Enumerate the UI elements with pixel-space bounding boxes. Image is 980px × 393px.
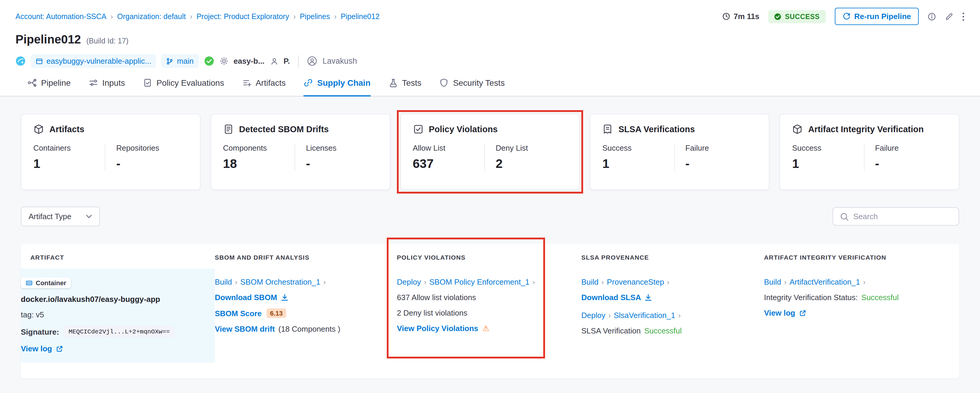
tab-pipeline[interactable]: Pipeline	[27, 78, 71, 96]
search-box[interactable]	[832, 207, 959, 226]
tab-inputs[interactable]: Inputs	[89, 78, 125, 96]
download-icon	[645, 294, 652, 301]
chevron-right-icon	[667, 278, 670, 286]
stage-link[interactable]: Build	[581, 278, 598, 286]
tab-label: Inputs	[102, 78, 125, 88]
branch-chip[interactable]: main	[162, 54, 199, 68]
environment-icon	[270, 57, 278, 65]
info-icon[interactable]	[928, 12, 936, 21]
chevron-right-icon	[784, 278, 787, 286]
view-policy-violations-link[interactable]: View Policy Violations	[397, 324, 479, 333]
search-icon	[840, 212, 848, 220]
step-link[interactable]: SBOM Policy Enforcement_1	[429, 278, 530, 286]
divider	[298, 55, 299, 67]
breadcrumb-organization[interactable]: Organization: default	[117, 12, 186, 21]
view-log-label: View log	[764, 308, 795, 317]
flask-icon	[388, 78, 398, 88]
gear-icon	[219, 57, 228, 66]
tab-supply-chain[interactable]: Supply Chain	[304, 78, 371, 96]
sbom-score-link[interactable]: SBOM Score	[215, 309, 262, 318]
repository-icon	[36, 58, 43, 65]
chevron-right-icon	[608, 311, 611, 320]
pipeline-duration: 7m 11s	[722, 12, 760, 21]
user-avatar-icon	[307, 56, 317, 66]
tab-policy-evaluations[interactable]: Policy Evaluations	[143, 78, 224, 96]
stage-link[interactable]: Build	[215, 278, 232, 286]
step-link[interactable]: ArtifactVerification_1	[790, 278, 860, 286]
card-title: SLSA Verifications	[619, 125, 695, 134]
metric-value: -	[875, 157, 942, 171]
shield-icon	[439, 78, 449, 88]
column-header-artifact: ARTIFACT	[21, 254, 215, 261]
chevron-right-icon	[190, 12, 192, 21]
supply-chain-content: Artifacts Containers1 Repositories- Dete…	[0, 96, 980, 393]
integrity-verification-cell: Build ArtifactVerification_1 Integrity V…	[764, 268, 959, 363]
rerun-pipeline-button[interactable]: Re-run Pipeline	[835, 8, 919, 25]
stage-link[interactable]: Build	[764, 278, 781, 286]
cube-icon	[792, 124, 803, 134]
sbom-score-badge: 6.13	[267, 308, 286, 318]
page-header: Account: Automation-SSCA Organization: d…	[0, 0, 980, 68]
breadcrumb-pipelines[interactable]: Pipelines	[300, 12, 330, 21]
metric-value: -	[306, 157, 373, 171]
kebab-menu-icon[interactable]	[962, 11, 964, 21]
table-header-row: ARTIFACT SBOM AND DRIFT ANALYSIS POLICY …	[21, 244, 959, 268]
rerun-pipeline-label: Re-run Pipeline	[854, 12, 911, 21]
tab-security-tests[interactable]: Security Tests	[439, 78, 505, 96]
download-slsa-link[interactable]: Download SLSA	[581, 293, 652, 302]
chevron-right-icon	[111, 12, 113, 21]
page-title: Pipeline012	[16, 33, 81, 46]
view-sbom-drift-link[interactable]: View SBOM drift	[215, 324, 275, 334]
column-header-slsa: SLSA PROVENANCE	[581, 254, 764, 261]
chevron-right-icon	[424, 278, 426, 286]
stage-link[interactable]: Deploy	[397, 278, 421, 286]
tab-label: Tests	[402, 78, 421, 88]
column-header-integrity: ARTIFACT INTEGRITY VERIFICATION	[764, 254, 959, 261]
artifacts-table: ARTIFACT SBOM AND DRIFT ANALYSIS POLICY …	[21, 244, 959, 378]
clipboard-check-icon	[143, 78, 152, 88]
metric-label: Failure	[875, 144, 942, 152]
branch-name: main	[177, 57, 194, 66]
artifact-type-dropdown[interactable]: Artifact Type	[21, 207, 100, 226]
tab-label: Artifacts	[256, 78, 286, 88]
breadcrumb-account[interactable]: Account: Automation-SSCA	[16, 12, 107, 21]
view-log-link[interactable]: View log	[21, 344, 63, 353]
status-badge-label: SUCCESS	[785, 13, 819, 20]
allow-list-violations: 637 Allow list violations	[397, 293, 572, 302]
tab-tests[interactable]: Tests	[388, 78, 421, 96]
git-branch-icon	[166, 58, 173, 65]
status-check-avatar-icon	[204, 56, 214, 66]
step-link[interactable]: SBOM Orchestration_1	[240, 278, 320, 286]
pipeline-icon	[27, 78, 37, 88]
download-sbom-link[interactable]: Download SBOM	[215, 293, 288, 302]
tab-artifacts[interactable]: Artifacts	[242, 78, 286, 96]
check-square-icon	[413, 124, 423, 134]
document-icon	[223, 124, 234, 134]
policy-violations-cell: Deploy SBOM Policy Enforcement_1 637 All…	[397, 268, 581, 363]
tab-label: Policy Evaluations	[156, 78, 224, 88]
metric-label: Failure	[686, 144, 752, 152]
integrity-status-value: Successful	[861, 293, 899, 302]
deny-list-violations: 2 Deny list violations	[397, 308, 572, 317]
sliders-icon	[89, 78, 98, 88]
artifact-cell: Container docker.io/lavakush07/easy-bugg…	[21, 268, 215, 363]
metric-value: 1	[792, 157, 859, 171]
repository-chip[interactable]: easybuggy-vulnerable-applic...	[31, 54, 156, 68]
stage-link[interactable]: Deploy	[581, 311, 605, 320]
metric-label: Licenses	[306, 144, 373, 152]
summary-card-slsa-verifications: SLSA Verifications Success1 Failure-	[590, 114, 770, 190]
table-row: Container docker.io/lavakush07/easy-bugg…	[21, 268, 959, 363]
chevron-down-icon	[86, 214, 92, 219]
breadcrumb-project[interactable]: Project: Product Exploratory	[196, 12, 289, 21]
search-input[interactable]	[853, 212, 951, 221]
edit-pencil-icon[interactable]	[945, 12, 953, 21]
tab-label: Pipeline	[41, 78, 71, 88]
step-link[interactable]: ProvenanceStep	[607, 278, 664, 286]
step-link[interactable]: SlsaVerification_1	[614, 311, 675, 320]
download-icon	[280, 294, 288, 301]
slsa-verification-status: Successful	[644, 326, 682, 335]
breadcrumb-pipeline012[interactable]: Pipeline012	[340, 12, 380, 21]
column-header-sbom: SBOM AND DRIFT ANALYSIS	[215, 254, 397, 261]
view-log-link[interactable]: View log	[764, 308, 806, 317]
slsa-verification-label: SLSA Verification	[581, 326, 641, 335]
